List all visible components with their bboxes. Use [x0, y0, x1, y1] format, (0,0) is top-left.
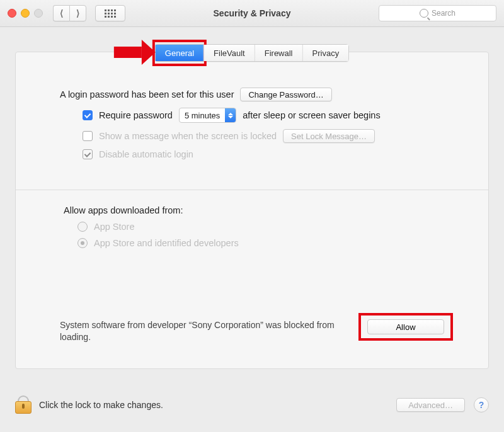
- grid-icon: [105, 9, 116, 18]
- minimize-window-button[interactable]: [21, 9, 30, 18]
- tab-firewall[interactable]: Firewall: [255, 45, 303, 61]
- lock-body-icon: [15, 401, 32, 414]
- tab-label: FileVault: [214, 48, 245, 58]
- back-button[interactable]: ⟨: [53, 5, 69, 21]
- require-password-row: Require password 5 minutes after sleep o…: [60, 108, 444, 123]
- chevron-left-icon: ⟨: [60, 8, 63, 18]
- disable-auto-login-label: Disable automatic login: [99, 149, 193, 159]
- show-message-row: Show a message when the screen is locked…: [60, 129, 444, 143]
- show-message-checkbox[interactable]: [83, 131, 93, 141]
- blocked-software-text: System software from developer “Sony Cor…: [60, 319, 348, 343]
- require-password-label: Require password: [99, 110, 173, 120]
- show-message-label: Show a message when the screen is locked: [99, 131, 277, 141]
- tab-general[interactable]: General: [156, 45, 204, 61]
- allow-button[interactable]: Allow: [367, 319, 444, 334]
- radio-app-store: [77, 222, 88, 232]
- titlebar: ⟨ ⟩ Security & Privacy Search: [0, 0, 504, 27]
- tab-label: General: [165, 48, 194, 58]
- stepper-icon: [225, 108, 236, 122]
- window-title: Security & Privacy: [130, 8, 374, 18]
- disable-auto-login-row: Disable automatic login: [60, 149, 444, 159]
- show-all-button[interactable]: [95, 5, 125, 21]
- help-button[interactable]: ?: [474, 397, 489, 412]
- search-input[interactable]: Search: [379, 5, 496, 21]
- allow-button-wrap: Allow: [367, 319, 444, 334]
- forward-button[interactable]: ⟩: [69, 5, 86, 21]
- tab-privacy[interactable]: Privacy: [303, 45, 349, 61]
- login-password-row: A login password has been set for this u…: [60, 88, 444, 101]
- zoom-window-button[interactable]: [34, 9, 43, 18]
- require-password-checkbox[interactable]: [83, 110, 93, 120]
- preferences-panel: General FileVault Firewall Privacy A log…: [15, 52, 489, 369]
- search-placeholder: Search: [432, 9, 455, 18]
- radio-app-store-label: App Store: [94, 222, 135, 232]
- disable-auto-login-checkbox[interactable]: [83, 149, 93, 159]
- change-password-button[interactable]: Change Password…: [240, 88, 331, 101]
- general-pane: A login password has been set for this u…: [16, 52, 488, 248]
- require-delay-suffix: after sleep or screen saver begins: [243, 110, 380, 120]
- allow-apps-option-app-store: App Store: [77, 222, 444, 232]
- tab-label: Firewall: [265, 48, 293, 58]
- chevron-right-icon: ⟩: [76, 8, 79, 18]
- blocked-software-row: System software from developer “Sony Cor…: [60, 319, 444, 343]
- login-password-text: A login password has been set for this u…: [60, 89, 234, 99]
- separator: [16, 190, 488, 190]
- window-controls: [8, 9, 43, 18]
- lock-button[interactable]: [15, 396, 30, 414]
- search-icon: [420, 9, 428, 18]
- set-lock-message-button: Set Lock Message…: [283, 129, 375, 143]
- radio-identified-label: App Store and identified developers: [94, 238, 239, 248]
- tab-filevault[interactable]: FileVault: [204, 45, 255, 61]
- allow-apps-label: Allow apps downloaded from:: [64, 205, 444, 215]
- annotation-arrow: [114, 40, 156, 65]
- tab-label: Privacy: [312, 48, 340, 58]
- allow-apps-option-identified: App Store and identified developers: [77, 238, 444, 248]
- radio-identified: [77, 238, 88, 248]
- close-window-button[interactable]: [8, 9, 16, 18]
- tab-bar: General FileVault Firewall Privacy: [155, 44, 349, 62]
- footer: Click the lock to make changes. Advanced…: [15, 393, 489, 417]
- require-delay-value: 5 minutes: [185, 111, 220, 120]
- require-password-delay-select[interactable]: 5 minutes: [179, 108, 236, 123]
- nav-back-forward: ⟨ ⟩: [53, 5, 86, 21]
- lock-hint-text: Click the lock to make changes.: [39, 400, 163, 410]
- advanced-button[interactable]: Advanced…: [396, 398, 465, 412]
